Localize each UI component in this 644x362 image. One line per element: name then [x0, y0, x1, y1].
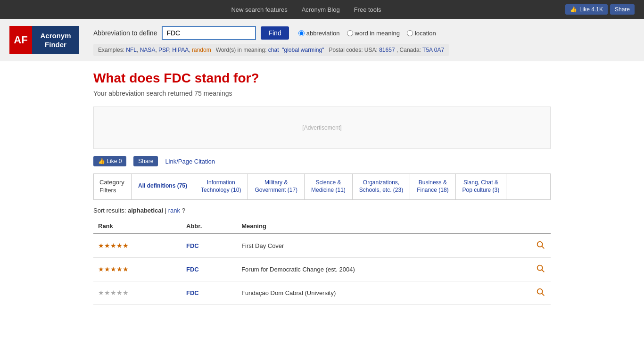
- radio-word[interactable]: word in meaning: [347, 30, 400, 37]
- radio-word-label: word in meaning: [355, 30, 400, 37]
- find-button[interactable]: Find: [261, 26, 289, 40]
- search-input[interactable]: [162, 26, 256, 40]
- cat-all[interactable]: All definitions (75): [132, 174, 194, 199]
- cat-slang[interactable]: Slang, Chat &Pop culture (3): [456, 174, 507, 199]
- examples-label: Examples:: [98, 47, 126, 53]
- result-count: Your abbreviation search returned 75 mea…: [93, 90, 551, 97]
- results-table: Rank Abbr. Meaning ★★★★★ FDC First Day C…: [93, 219, 551, 305]
- sort-alphabetical[interactable]: alphabetical: [128, 207, 163, 214]
- postal-label: Postal codes: USA:: [326, 47, 379, 53]
- topbar: New search features Acronym Blog Free to…: [0, 0, 644, 19]
- magnifier-icon[interactable]: [536, 287, 546, 297]
- examples-row: Examples: NFL, NASA, PSP, HIPAA, random …: [93, 44, 449, 56]
- thumbs-up-icon: 👍: [570, 6, 577, 13]
- col-abbr: Abbr.: [182, 219, 237, 234]
- example-nasa[interactable]: NASA: [140, 47, 156, 53]
- abbr-cell: FDC: [182, 281, 237, 304]
- logo-text: AcronymFinder: [32, 26, 79, 54]
- svg-point-0: [537, 241, 543, 247]
- example-nfl[interactable]: NFL: [126, 47, 137, 53]
- svg-line-5: [542, 293, 544, 296]
- words-label: Word(s) in meaning:: [213, 47, 268, 53]
- abbr-cell: FDC: [182, 234, 237, 258]
- cat-military[interactable]: Military &Government (17): [248, 174, 305, 199]
- header: AF AcronymFinder Abbreviation to define …: [0, 19, 644, 61]
- radio-location[interactable]: location: [407, 30, 436, 37]
- link-citation[interactable]: Link/Page Citation: [165, 158, 215, 165]
- example-global-warming[interactable]: "global warming": [282, 47, 324, 53]
- rank-cell: ★★★★★: [93, 257, 182, 281]
- sort-rank[interactable]: rank: [168, 207, 180, 214]
- share-button-small[interactable]: Share: [133, 156, 158, 166]
- category-filters: CategoryFilters All definitions (75) Inf…: [93, 173, 551, 200]
- cat-it[interactable]: InformationTechnology (10): [194, 174, 248, 199]
- radio-abbreviation-input[interactable]: [298, 30, 305, 36]
- col-search: [507, 219, 551, 234]
- main-content: What does FDC stand for? Your abbreviati…: [86, 61, 558, 314]
- rank-stars: ★★★★★: [98, 242, 129, 249]
- example-hipaa[interactable]: HIPAA: [172, 47, 189, 53]
- nav-new-search[interactable]: New search features: [231, 6, 287, 13]
- table-row: ★★★★★ FDC Forum for Democratic Change (e…: [93, 257, 551, 281]
- search-row: Abbreviation to define Find abbreviation…: [93, 26, 449, 40]
- sort-separator: |: [165, 207, 168, 214]
- meaning-cell: Fundação Dom Cabral (University): [237, 281, 507, 304]
- logo-af-badge: AF: [9, 26, 32, 54]
- example-postal-canada[interactable]: T5A 0A7: [422, 47, 444, 53]
- radio-location-label: location: [415, 30, 436, 37]
- results-body: ★★★★★ FDC First Day Cover ★★★★★ FDC Foru…: [93, 234, 551, 305]
- example-chat[interactable]: chat: [268, 47, 279, 53]
- radio-group: abbreviation word in meaning location: [298, 30, 436, 37]
- radio-location-input[interactable]: [407, 30, 413, 36]
- ad-placeholder-text: [Advertisement]: [302, 124, 341, 131]
- sort-help: ?: [182, 207, 185, 214]
- search-icon-cell: [507, 257, 551, 281]
- svg-line-1: [542, 246, 544, 248]
- sort-label: Sort results:: [93, 207, 128, 214]
- ad-area: [Advertisement]: [93, 107, 551, 149]
- like-button-small[interactable]: 👍 Like 0: [93, 156, 126, 166]
- thumbs-up-small-icon: 👍: [98, 158, 105, 165]
- topbar-like-button[interactable]: 👍 Like 4.1K: [565, 4, 608, 15]
- topbar-social: 👍 Like 4.1K Share: [565, 4, 635, 15]
- radio-abbreviation[interactable]: abbreviation: [298, 30, 340, 37]
- cat-business[interactable]: Business &Finance (18): [410, 174, 455, 199]
- magnifier-icon[interactable]: [536, 240, 546, 250]
- rank-stars: ★★★★★: [98, 289, 129, 296]
- svg-line-3: [542, 270, 544, 272]
- rank-stars: ★★★★★: [98, 265, 129, 273]
- svg-point-4: [537, 288, 543, 294]
- example-postal-usa[interactable]: 81657: [379, 47, 395, 53]
- rank-cell: ★★★★★: [93, 234, 182, 258]
- table-header: Rank Abbr. Meaning: [93, 219, 551, 234]
- example-random[interactable]: random: [192, 47, 211, 53]
- page-heading: What does FDC stand for?: [93, 71, 551, 86]
- topbar-links: New search features Acronym Blog Free to…: [47, 6, 565, 13]
- rank-cell: ★★★★★: [93, 281, 182, 304]
- svg-point-2: [537, 265, 543, 270]
- radio-abbreviation-label: abbreviation: [306, 30, 340, 37]
- example-psp[interactable]: PSP: [158, 47, 169, 53]
- col-meaning: Meaning: [237, 219, 507, 234]
- meaning-cell: First Day Cover: [237, 234, 507, 258]
- abbr-cell: FDC: [182, 257, 237, 281]
- postal-canada-label: , Canada:: [396, 47, 422, 53]
- search-area: Abbreviation to define Find abbreviation…: [93, 26, 449, 56]
- topbar-share-button[interactable]: Share: [610, 4, 635, 15]
- col-rank: Rank: [93, 219, 182, 234]
- logo-area: AF AcronymFinder: [9, 26, 79, 54]
- nav-acronym-blog[interactable]: Acronym Blog: [302, 6, 340, 13]
- cat-orgs[interactable]: Organizations,Schools, etc. (23): [353, 174, 410, 199]
- radio-word-input[interactable]: [347, 30, 353, 36]
- search-icon-cell: [507, 281, 551, 304]
- table-row: ★★★★★ FDC First Day Cover: [93, 234, 551, 258]
- topbar-like-label: Like 4.1K: [579, 6, 603, 13]
- category-filters-label: CategoryFilters: [94, 174, 132, 199]
- nav-free-tools[interactable]: Free tools: [354, 6, 381, 13]
- magnifier-icon[interactable]: [536, 263, 546, 274]
- table-row: ★★★★★ FDC Fundação Dom Cabral (Universit…: [93, 281, 551, 304]
- cat-science[interactable]: Science &Medicine (11): [305, 174, 353, 199]
- meaning-cell: Forum for Democratic Change (est. 2004): [237, 257, 507, 281]
- search-icon-cell: [507, 234, 551, 258]
- social-row: 👍 Like 0 Share Link/Page Citation: [93, 156, 551, 166]
